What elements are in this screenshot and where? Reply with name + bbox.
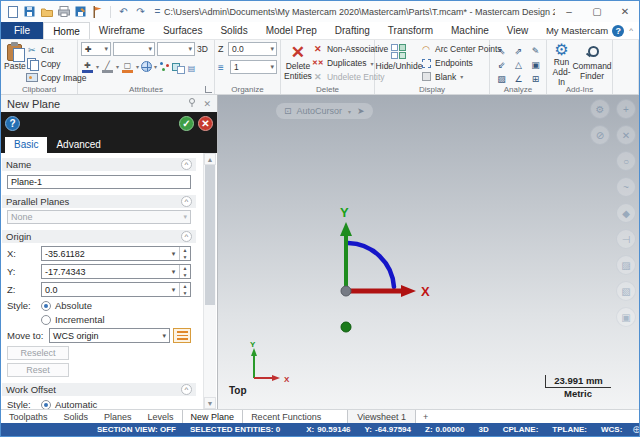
section-view-status[interactable]: SECTION VIEW: OFF [97,425,176,434]
wireframe-globe-icon-1[interactable]: ⊕ [632,425,640,435]
wcs-selector[interactable]: WCS: [601,425,622,434]
delete-entities-button[interactable]: ✕ Delete Entities [284,42,312,83]
hide-unhide-button[interactable]: Hide/Unhide [378,42,420,83]
tab-advanced[interactable]: Advanced [47,137,109,153]
pin-icon[interactable] [188,98,196,109]
z-input[interactable]: 0.0▾▲▼ [41,282,191,297]
tab-toolpaths[interactable]: Toolpaths [1,410,56,423]
scroll-up-icon[interactable]: ▲ [204,153,216,165]
graphics-viewport[interactable]: ⊡ AutoCursor ▾ ➤ ⚙ + ⊘ ✕ ○ ~ ◆ ⊣ ▨ ▧ ▣ [218,95,639,409]
z-depth-dropdown[interactable]: 0.0 [228,42,277,56]
automatic-radio[interactable] [41,400,51,410]
analyze-entity-icon[interactable]: ⇖ [498,46,506,56]
run-addin-button[interactable]: ⚙ Run Add-In [550,42,573,83]
move-to-dropdown[interactable]: WCS origin [49,328,170,343]
material-icon[interactable] [141,61,152,72]
file-tab[interactable]: File [1,22,43,39]
collapse-origin-icon[interactable]: ^ [181,231,192,242]
analyze-stats-icon[interactable]: ⊞ [532,74,540,84]
name-input[interactable] [7,175,191,189]
qat-customize-icon[interactable]: = [151,5,164,18]
tab-solids[interactable]: Solids [211,22,256,39]
z-spinner[interactable]: ▲▼ [179,283,190,296]
panel-scrollbar[interactable]: ▲ ▼ [203,153,216,409]
level-icon[interactable]: ≡ [218,62,228,73]
collapse-parallel-icon[interactable]: ^ [181,196,192,207]
tab-solids-panel[interactable]: Solids [56,410,97,423]
match-attributes-icon[interactable] [172,61,184,73]
origin-point[interactable] [341,286,351,296]
panel-help-icon[interactable]: ? [5,116,20,131]
tab-transform[interactable]: Transform [379,22,442,39]
tab-planes[interactable]: Planes [96,410,140,423]
selected-point[interactable] [341,322,351,332]
3d-toggle[interactable]: 3D [197,44,208,54]
minimize-button[interactable]: – [555,2,583,21]
attributes-dialog-launcher[interactable] [205,86,212,93]
collapse-name-icon[interactable]: ^ [181,159,192,170]
incremental-radio[interactable] [41,315,51,325]
set-attributes-icon[interactable] [159,61,171,73]
x-spinner[interactable]: ▲▼ [179,247,190,260]
new-file-icon[interactable] [6,5,19,18]
analyze-chain-icon[interactable]: ▨ [497,74,506,84]
line-style-dropdown[interactable] [113,42,155,56]
redo-icon[interactable]: ↷ [134,5,147,18]
analyze-distance-icon[interactable]: ⇙ [498,60,506,70]
tab-model-prep[interactable]: Model Prep [257,22,326,39]
help-icon[interactable]: ? [612,25,624,37]
tab-recent-functions[interactable]: Recent Functions [243,410,329,423]
tab-drafting[interactable]: Drafting [326,22,379,39]
command-finder-button[interactable]: Command Finder [575,42,609,83]
level-dropdown[interactable]: 1 [230,60,277,74]
analyze-draft-icon[interactable]: ✎ [532,46,540,56]
move-to-options-icon[interactable] [173,328,191,343]
close-button[interactable]: ✕ [611,2,639,21]
ok-button[interactable]: ✓ [179,116,194,131]
tab-new-plane[interactable]: New Plane [182,410,244,423]
tab-machine[interactable]: Machine [442,22,498,39]
analyze-angle-icon[interactable]: △ [515,60,522,70]
scroll-down-icon[interactable]: ▼ [204,397,216,409]
y-input[interactable]: -17.74343▾▲▼ [41,264,191,279]
tab-surfaces[interactable]: Surfaces [154,22,211,39]
paste-button[interactable]: Paste [4,42,26,84]
tab-wireframe[interactable]: Wireframe [90,22,154,39]
analyze-dynamic-icon[interactable]: ▣ [531,60,540,70]
point-style-dropdown[interactable]: ✚ [81,42,111,56]
tab-basic[interactable]: Basic [5,137,47,153]
analyze-contour-icon[interactable]: ∠ [514,74,522,84]
selected-entities-status[interactable]: SELECTED ENTITIES: 0 [190,425,280,434]
maximize-button[interactable]: ▢ [583,2,611,21]
add-viewsheet-button[interactable]: + [416,410,435,423]
viewsheet-tab[interactable]: Viewsheet 1 [347,410,416,423]
tab-view[interactable]: View [498,22,538,39]
x-input[interactable]: -35.61182▾▲▼ [41,246,191,261]
collapse-ribbon-icon[interactable]: ^ [629,26,639,35]
tab-home[interactable]: Home [43,22,90,39]
hatch-icon[interactable]: ▤ [185,60,198,73]
reselect-button[interactable]: Reselect [7,346,69,360]
line-color-icon[interactable]: ╱ [101,60,114,73]
cplane-selector[interactable]: CPLANE: [503,425,539,434]
undo-icon[interactable]: ↶ [117,5,130,18]
save-icon[interactable] [23,5,36,18]
scrollbar-thumb[interactable] [205,165,215,305]
my-mastercam-link[interactable]: My Mastercam [546,22,612,39]
panel-close-icon[interactable]: ✕ [203,99,211,109]
tplane-selector[interactable]: TPLANE: [552,425,587,434]
open-folder-icon[interactable] [40,5,53,18]
line-width-dropdown[interactable] [157,42,195,56]
reset-button[interactable]: Reset [7,363,69,377]
print-icon[interactable] [57,5,70,18]
cancel-button[interactable]: ✕ [198,116,213,131]
point-color-icon[interactable]: ✚ [81,60,94,73]
tab-levels[interactable]: Levels [140,410,182,423]
mode-toggle[interactable]: 3D [479,425,489,434]
parallel-planes-dropdown[interactable]: None [7,210,191,224]
surface-color-icon[interactable]: ▢ [121,60,134,73]
y-spinner[interactable]: ▲▼ [179,265,190,278]
absolute-radio[interactable] [41,301,51,311]
flag-icon[interactable] [91,5,104,18]
collapse-work-offset-icon[interactable]: ^ [181,384,192,395]
